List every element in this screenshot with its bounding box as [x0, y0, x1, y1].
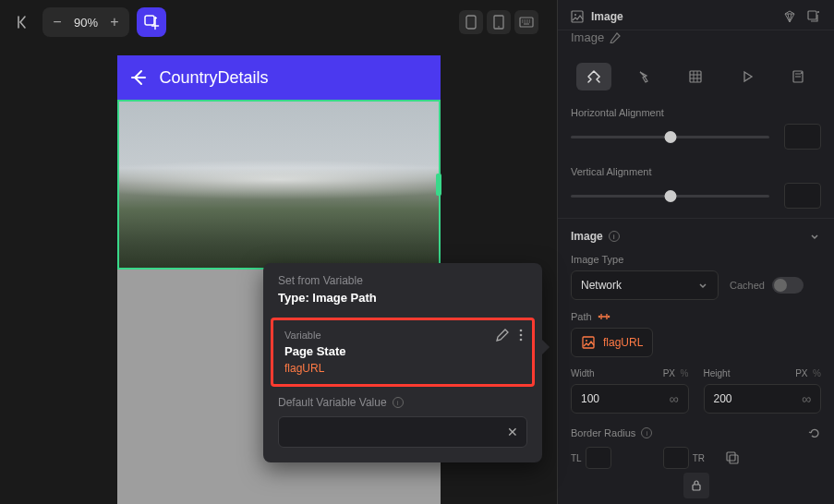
info-icon[interactable]: i: [393, 397, 404, 408]
popover-arrow: [542, 340, 550, 354]
svg-rect-2: [466, 16, 476, 29]
image-preview: [119, 102, 439, 268]
variable-box[interactable]: Variable Page State flagURL: [271, 318, 535, 387]
image-section-title: Image: [571, 230, 603, 243]
svg-point-12: [817, 11, 819, 13]
svg-rect-13: [690, 71, 701, 82]
popover-title: Type: Image Path: [278, 291, 527, 305]
edit-name-icon[interactable]: [610, 32, 621, 43]
popover-subtitle: Set from Variable: [278, 274, 527, 287]
page-title: CountryDetails: [160, 68, 269, 88]
cached-toggle[interactable]: [772, 277, 804, 294]
diamond-icon[interactable]: [782, 9, 797, 24]
svg-point-4: [498, 26, 500, 28]
svg-rect-11: [808, 11, 816, 19]
wrap-widget-icon[interactable]: [806, 9, 821, 24]
path-value-pill[interactable]: flagURL: [571, 328, 653, 357]
path-value: flagURL: [603, 336, 643, 349]
variable-popover: Set from Variable Type: Image Path Varia…: [263, 263, 542, 462]
edit-variable-icon[interactable]: [495, 328, 510, 342]
svg-point-17: [607, 316, 610, 318]
tab-actions[interactable]: [627, 63, 662, 90]
link-radius-icon[interactable]: [683, 473, 709, 498]
app-bar: CountryDetails: [117, 55, 441, 100]
more-options-icon[interactable]: [519, 328, 523, 342]
path-label: Path: [571, 311, 592, 322]
border-tl-input[interactable]: [586, 447, 611, 469]
svg-rect-0: [145, 16, 154, 25]
back-start-button[interactable]: [7, 8, 35, 36]
svg-point-15: [801, 72, 803, 74]
h-align-slider[interactable]: [571, 136, 769, 138]
panel-widget-name: Image: [571, 30, 604, 44]
zoom-value: 90%: [68, 16, 103, 30]
svg-rect-22: [693, 485, 700, 490]
h-align-value-box[interactable]: [784, 124, 821, 150]
top-toolbar: − 90% +: [0, 0, 557, 44]
svg-point-19: [586, 340, 587, 342]
image-type-label: Image Type: [571, 254, 821, 265]
border-radius-label: Border Radius: [571, 427, 635, 438]
variable-name: flagURL: [284, 362, 521, 375]
panel-widget-type: Image: [591, 10, 623, 23]
copy-radius-icon[interactable]: [723, 449, 742, 467]
resize-handle-right[interactable]: [436, 174, 441, 196]
tab-animate[interactable]: [730, 63, 765, 90]
svg-point-8: [520, 339, 523, 342]
zoom-out-button[interactable]: −: [46, 14, 68, 30]
tab-backend[interactable]: [678, 63, 713, 90]
height-input[interactable]: [714, 392, 803, 405]
svg-rect-21: [730, 455, 738, 463]
tab-design[interactable]: [576, 63, 611, 90]
device-mobile-icon[interactable]: [459, 10, 483, 34]
variable-label: Variable: [284, 330, 521, 341]
svg-point-10: [574, 14, 576, 16]
h-align-label: Horizontal Alignment: [571, 107, 821, 118]
zoom-control: − 90% +: [42, 7, 129, 37]
v-align-value-box[interactable]: [784, 183, 821, 209]
svg-point-6: [520, 330, 523, 332]
variable-state: Page State: [284, 344, 521, 358]
back-arrow-icon[interactable]: [128, 67, 149, 88]
info-icon[interactable]: i: [609, 231, 620, 242]
svg-rect-20: [727, 452, 735, 461]
cached-label: Cached: [730, 280, 765, 291]
chevron-down-icon[interactable]: [808, 230, 821, 243]
add-widget-button[interactable]: [137, 7, 166, 37]
default-value-input[interactable]: [279, 426, 499, 439]
v-align-label: Vertical Alignment: [571, 166, 821, 177]
border-tr-input[interactable]: [663, 447, 689, 469]
variable-link-icon[interactable]: [598, 312, 610, 321]
keyboard-icon[interactable]: [514, 10, 538, 34]
image-type-select[interactable]: Network: [571, 270, 719, 300]
svg-point-7: [520, 334, 523, 337]
device-tablet-icon[interactable]: [487, 10, 511, 34]
default-value-label: Default Variable Value i: [278, 396, 527, 409]
image-path-icon: [581, 335, 596, 350]
reset-border-radius-icon[interactable]: [808, 426, 821, 439]
zoom-in-button[interactable]: +: [103, 14, 126, 30]
clear-input-icon[interactable]: ✕: [499, 425, 526, 439]
info-icon[interactable]: i: [641, 427, 652, 438]
width-infinity-icon[interactable]: ∞: [670, 391, 679, 406]
height-label: Height: [704, 368, 731, 378]
height-infinity-icon[interactable]: ∞: [802, 391, 811, 406]
image-type-icon: [571, 10, 584, 23]
properties-panel: Image Image Horizontal Alignment Vertica…: [557, 0, 834, 504]
svg-point-16: [598, 316, 600, 318]
image-widget[interactable]: Image: [117, 100, 441, 270]
width-input[interactable]: [581, 392, 670, 405]
v-align-slider[interactable]: [571, 195, 769, 198]
width-label: Width: [571, 368, 595, 378]
tab-docs[interactable]: [780, 63, 816, 90]
